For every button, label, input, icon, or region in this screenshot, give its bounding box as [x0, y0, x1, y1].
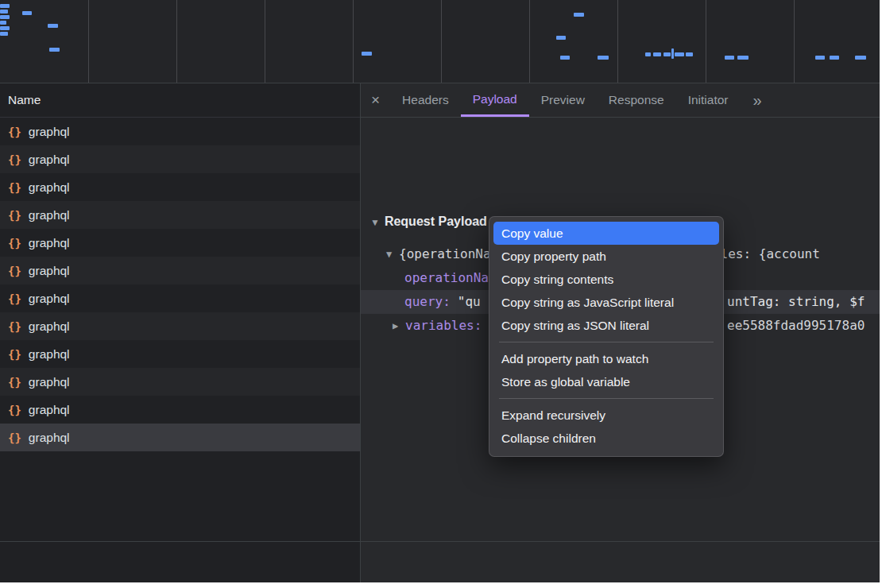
network-overview-timeline[interactable] — [0, 0, 880, 83]
devtools-window: Name {}graphql{}graphql{}graphql{}graphq… — [0, 0, 880, 582]
collapse-triangle-icon[interactable]: ▼ — [370, 217, 380, 228]
network-request-row[interactable]: {}graphql — [0, 173, 360, 201]
request-name: graphql — [29, 125, 70, 139]
json-icon: {} — [8, 237, 21, 250]
timeline-activity-bar — [598, 56, 609, 60]
tab-headers[interactable]: Headers — [390, 83, 461, 117]
json-icon: {} — [8, 209, 21, 222]
menu-item-copy-value[interactable]: Copy value — [493, 222, 719, 245]
column-header-name[interactable]: Name — [0, 83, 360, 118]
bottom-divider — [0, 541, 880, 542]
request-name: graphql — [29, 208, 70, 222]
timeline-gridline — [265, 0, 265, 83]
menu-item-copy-string-contents[interactable]: Copy string contents — [493, 268, 719, 291]
timeline-gridline — [88, 0, 89, 83]
json-icon: {} — [8, 431, 21, 444]
property-value-fragment: untTag: string, $f — [727, 290, 865, 314]
expand-triangle-icon[interactable]: ▶ — [393, 314, 398, 338]
json-icon: {} — [8, 126, 21, 138]
timeline-activity-bar — [0, 4, 10, 8]
details-tab-bar: ×HeadersPayloadPreviewResponseInitiator» — [361, 83, 880, 118]
timeline-activity-bar — [653, 52, 661, 56]
context-menu: Copy valueCopy property pathCopy string … — [489, 216, 724, 457]
request-name: graphql — [29, 375, 70, 389]
request-name: graphql — [29, 431, 70, 445]
timeline-activity-bar — [663, 52, 671, 56]
timeline-activity-bar — [49, 48, 60, 52]
property-value-fragment: "qu — [458, 294, 481, 309]
network-request-row[interactable]: {}graphql — [0, 201, 360, 229]
menu-separator — [499, 342, 714, 342]
timeline-activity-bar — [0, 21, 6, 25]
network-request-row[interactable]: {}graphql — [0, 257, 360, 284]
menu-item-add-property-path-to-watch[interactable]: Add property path to watch — [493, 347, 719, 370]
property-preview-fragment: ee5588fdad995178a0 — [727, 314, 865, 338]
timeline-gridline — [176, 0, 177, 83]
timeline-activity-bar — [0, 26, 10, 30]
json-icon: {} — [8, 376, 21, 389]
menu-separator — [499, 398, 714, 399]
more-tabs-icon[interactable]: » — [742, 91, 773, 110]
timeline-activity-bar — [574, 13, 584, 17]
timeline-gridline — [529, 0, 530, 83]
menu-item-store-as-global-variable[interactable]: Store as global variable — [493, 370, 719, 393]
request-name: graphql — [29, 319, 70, 334]
timeline-activity-bar — [22, 11, 32, 15]
request-name: graphql — [29, 403, 70, 417]
menu-item-copy-string-as-javascript-literal[interactable]: Copy string as JavaScript literal — [493, 291, 719, 314]
close-panel-icon[interactable]: × — [371, 91, 380, 109]
expand-triangle-icon[interactable]: ▼ — [386, 242, 392, 266]
timeline-activity-bar — [686, 52, 693, 56]
menu-item-expand-recursively[interactable]: Expand recursively — [493, 404, 719, 427]
network-request-row[interactable]: {}graphql — [0, 368, 360, 396]
timeline-activity-bar — [675, 52, 684, 56]
network-request-row[interactable]: {}graphql — [0, 284, 360, 312]
timeline-activity-bar — [815, 56, 825, 60]
timeline-activity-bar — [362, 52, 372, 56]
json-icon: {} — [8, 348, 21, 361]
request-name: graphql — [29, 236, 70, 250]
timeline-gridline — [617, 0, 618, 83]
timeline-activity-bar — [0, 32, 8, 36]
timeline-activity-bar — [560, 56, 570, 60]
network-request-row[interactable]: {}graphql — [0, 424, 360, 451]
network-request-row[interactable]: {}graphql — [0, 118, 360, 145]
request-name: graphql — [29, 264, 70, 278]
json-icon: {} — [8, 292, 21, 305]
tab-response[interactable]: Response — [597, 83, 676, 117]
tab-preview[interactable]: Preview — [529, 83, 597, 117]
menu-item-copy-string-as-json-literal[interactable]: Copy string as JSON literal — [493, 314, 719, 337]
timeline-activity-bar — [737, 56, 749, 60]
json-icon: {} — [8, 320, 21, 333]
requests-panel: Name {}graphql{}graphql{}graphql{}graphq… — [0, 83, 361, 582]
timeline-gridline — [441, 0, 442, 83]
network-request-row[interactable]: {}graphql — [0, 229, 360, 257]
timeline-activity-bar — [0, 15, 10, 19]
timeline-gridline — [706, 0, 706, 83]
request-name: graphql — [29, 292, 70, 306]
timeline-activity-bar — [830, 56, 839, 60]
network-request-row[interactable]: {}graphql — [0, 312, 360, 340]
timeline-activity-bar — [725, 56, 734, 60]
request-name: graphql — [29, 153, 70, 167]
network-request-row[interactable]: {}graphql — [0, 340, 360, 368]
json-icon: {} — [8, 181, 21, 194]
request-list: {}graphql{}graphql{}graphql{}graphql{}gr… — [0, 118, 360, 451]
timeline-activity-bar — [645, 52, 651, 56]
menu-item-collapse-children[interactable]: Collapse children — [493, 427, 719, 450]
payload-section-title: Request Payload — [385, 215, 487, 228]
json-icon: {} — [8, 404, 21, 416]
property-key: variables: — [405, 314, 482, 338]
tab-payload[interactable]: Payload — [461, 83, 529, 117]
tab-initiator[interactable]: Initiator — [676, 83, 741, 117]
timeline-activity-bar — [556, 36, 566, 40]
menu-item-copy-property-path[interactable]: Copy property path — [493, 245, 719, 268]
network-request-row[interactable]: {}graphql — [0, 145, 360, 173]
timeline-gridline — [794, 0, 795, 83]
timeline-activity-bar — [48, 24, 58, 28]
network-request-row[interactable]: {}graphql — [0, 396, 360, 424]
json-icon: {} — [8, 153, 21, 166]
request-name: graphql — [29, 347, 70, 362]
timeline-activity-bar — [671, 48, 674, 59]
timeline-activity-bar — [855, 56, 866, 60]
